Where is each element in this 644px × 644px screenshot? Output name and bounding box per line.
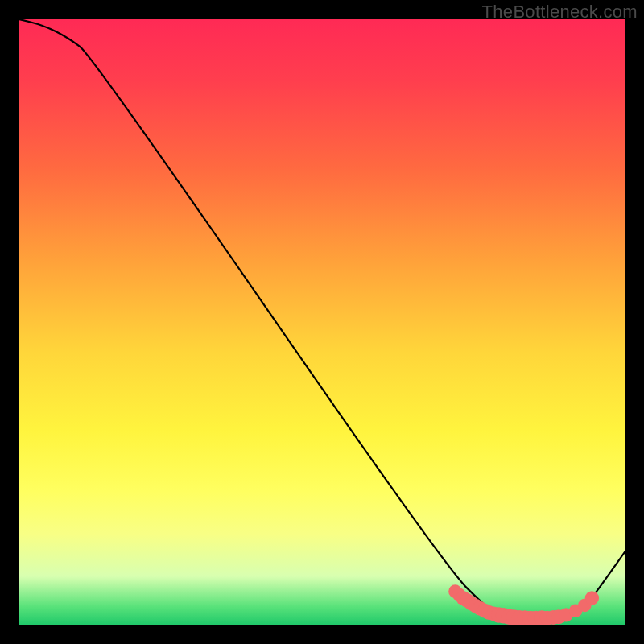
data-dot	[585, 591, 599, 605]
chart-frame: TheBottleneck.com	[0, 0, 644, 644]
watermark-text: TheBottleneck.com	[482, 2, 638, 23]
plot-area	[19, 19, 625, 625]
bottleneck-dots	[19, 19, 625, 625]
